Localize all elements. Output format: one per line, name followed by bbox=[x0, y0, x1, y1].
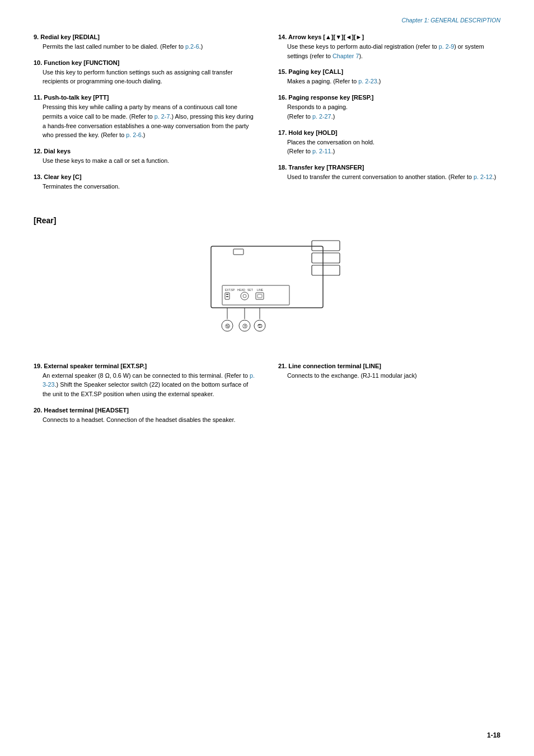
item-9-title: 9. Redial key [REDIAL] bbox=[34, 34, 256, 40]
item-20: 20. Headset terminal [HEADSET] Connects … bbox=[34, 407, 256, 425]
item-15-body: Makes a paging. (Refer to p. 2-23.) bbox=[278, 77, 500, 86]
svg-rect-14 bbox=[227, 296, 228, 297]
item-18-body: Used to transfer the current conversatio… bbox=[278, 172, 500, 182]
link-p2-12[interactable]: p. 2-12 bbox=[474, 173, 493, 180]
item-14: 14. Arrow keys [▲][▼][◄][►] Use these ke… bbox=[278, 34, 500, 60]
link-chapter7[interactable]: Chapter 7 bbox=[332, 53, 359, 59]
svg-text:LINE: LINE bbox=[257, 288, 264, 292]
svg-text:㉑: ㉑ bbox=[257, 323, 263, 329]
link-p2-11[interactable]: p. 2-11 bbox=[312, 148, 331, 154]
item-13-title: 13. Clear key [C] bbox=[34, 173, 256, 180]
item-14-title: 14. Arrow keys [▲][▼][◄][►] bbox=[278, 34, 500, 40]
item-20-body: Connects to a headset. Connection of the… bbox=[34, 415, 256, 425]
item-16-title: 16. Paging response key [RESP.] bbox=[278, 94, 500, 101]
svg-text:⑲: ⑲ bbox=[225, 323, 230, 329]
item-10: 10. Function key [FUNCTION] Use this key… bbox=[34, 59, 256, 86]
link-p2-27[interactable]: p. 2-27 bbox=[312, 113, 331, 120]
rear-diagram-svg: EXT.SP HEAD SET LINE ⑲ ⑳ bbox=[177, 235, 357, 347]
svg-rect-17 bbox=[256, 293, 264, 299]
item-15: 15. Paging key [CALL] Makes a paging. (R… bbox=[278, 68, 500, 86]
link-p2-9[interactable]: p. 2-9 bbox=[439, 43, 455, 50]
item-12-title: 12. Dial keys bbox=[34, 148, 256, 154]
item-12: 12. Dial keys Use these keys to make a c… bbox=[34, 148, 256, 166]
svg-rect-2 bbox=[312, 253, 340, 263]
rear-diagram: EXT.SP HEAD SET LINE ⑲ ⑳ bbox=[34, 235, 500, 347]
svg-rect-3 bbox=[312, 265, 340, 275]
item-13-body: Terminates the conversation. bbox=[34, 182, 256, 191]
svg-rect-12 bbox=[227, 294, 228, 295]
page-header: Chapter 1: GENERAL DESCRIPTION bbox=[34, 17, 500, 24]
svg-rect-11 bbox=[226, 294, 227, 295]
svg-text:HEAD: HEAD bbox=[237, 288, 245, 292]
item-16-body: Responds to a paging.(Refer to p. 2-27.) bbox=[278, 102, 500, 121]
svg-text:⑳: ⑳ bbox=[242, 323, 247, 329]
item-19-body: An external speaker (8 Ω, 0.6 W) can be … bbox=[34, 371, 256, 399]
item-11-body: Pressing this key while calling a party … bbox=[34, 102, 256, 140]
rear-title: [Rear] bbox=[34, 216, 500, 225]
left-column: 9. Redial key [REDIAL] Permits the last … bbox=[34, 34, 256, 199]
item-21: 21. Line connection terminal [LINE] Conn… bbox=[278, 363, 500, 381]
item-10-title: 10. Function key [FUNCTION] bbox=[34, 59, 256, 66]
link-p2-7[interactable]: p. 2-7 bbox=[154, 113, 170, 120]
link-p3-23[interactable]: p. 3-23 bbox=[43, 372, 255, 388]
item-17: 17. Hold key [HOLD] Places the conversat… bbox=[278, 129, 500, 156]
item-17-body: Places the conversation on hold.(Refer t… bbox=[278, 138, 500, 156]
item-13: 13. Clear key [C] Terminates the convers… bbox=[34, 173, 256, 191]
svg-text:EXT.SP: EXT.SP bbox=[225, 288, 235, 292]
rear-section: [Rear] EXT.SP HEAD SET LINE bbox=[34, 216, 500, 433]
svg-rect-13 bbox=[226, 296, 227, 297]
bottom-right-column: 21. Line connection terminal [LINE] Conn… bbox=[278, 363, 500, 433]
svg-rect-4 bbox=[233, 249, 243, 255]
svg-rect-1 bbox=[312, 241, 340, 251]
item-17-title: 17. Hold key [HOLD] bbox=[278, 129, 500, 136]
item-19: 19. External speaker terminal [EXT.SP.] … bbox=[34, 363, 256, 399]
item-9: 9. Redial key [REDIAL] Permits the last … bbox=[34, 34, 256, 51]
item-19-title: 19. External speaker terminal [EXT.SP.] bbox=[34, 363, 256, 369]
item-11: 11. Push-to-talk key [PTT] Pressing this… bbox=[34, 94, 256, 140]
item-18: 18. Transfer key [TRANSFER] Used to tran… bbox=[278, 164, 500, 182]
item-20-title: 20. Headset terminal [HEADSET] bbox=[34, 407, 256, 414]
item-16: 16. Paging response key [RESP.] Responds… bbox=[278, 94, 500, 121]
item-14-body: Use these keys to perform auto-dial regi… bbox=[278, 42, 500, 60]
item-10-body: Use this key to perform function setting… bbox=[34, 68, 256, 86]
item-9-body: Permits the last called number to be dia… bbox=[34, 42, 256, 51]
link-p2-23[interactable]: p. 2-23 bbox=[358, 78, 377, 84]
item-15-title: 15. Paging key [CALL] bbox=[278, 68, 500, 75]
link-p2-6-redial[interactable]: p.2-6 bbox=[185, 43, 199, 50]
item-12-body: Use these keys to make a call or set a f… bbox=[34, 156, 256, 166]
svg-rect-0 bbox=[211, 246, 323, 308]
svg-point-15 bbox=[241, 292, 249, 300]
svg-point-16 bbox=[243, 294, 246, 298]
svg-text:SET: SET bbox=[247, 288, 253, 292]
item-21-title: 21. Line connection terminal [LINE] bbox=[278, 363, 500, 369]
page-number: 1-18 bbox=[487, 731, 500, 739]
item-11-title: 11. Push-to-talk key [PTT] bbox=[34, 94, 256, 101]
item-21-body: Connects to the exchange. (RJ-11 modular… bbox=[278, 371, 500, 381]
item-18-title: 18. Transfer key [TRANSFER] bbox=[278, 164, 500, 171]
svg-rect-18 bbox=[257, 294, 262, 298]
right-column: 14. Arrow keys [▲][▼][◄][►] Use these ke… bbox=[278, 34, 500, 199]
link-p2-6-ptt[interactable]: p. 2-6 bbox=[126, 132, 142, 138]
bottom-columns: 19. External speaker terminal [EXT.SP.] … bbox=[34, 363, 500, 433]
bottom-left-column: 19. External speaker terminal [EXT.SP.] … bbox=[34, 363, 256, 433]
